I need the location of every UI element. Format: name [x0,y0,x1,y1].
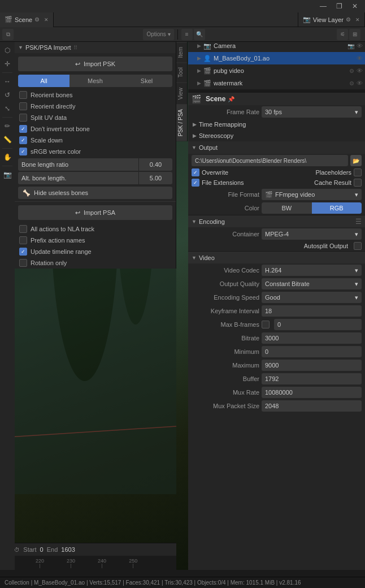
scene-props-header[interactable]: 🎬 Scene 📌 [188,93,365,105]
max-bframes-value[interactable]: 0 [274,319,362,330]
camera-visibility-icon[interactable]: 👁 [357,42,363,49]
keyframe-interval-value[interactable]: 18 [262,305,362,317]
placeholders-toggle[interactable]: Placeholders [315,168,362,176]
filter-btn[interactable]: ⚟ [337,29,348,40]
tree-watermark[interactable]: ▶ 🎬 watermark ⚙ 👁 [188,77,365,89]
view-layer-tab-close[interactable]: ✕ [355,17,360,23]
rotation-only-checkbox[interactable] [19,259,27,267]
editor-type-btn[interactable]: ⧉ [2,29,14,40]
output-quality-value[interactable]: Constant Bitrate [262,278,362,289]
time-remapping-header[interactable]: ▶ Time Remapping [188,119,365,130]
cursor-icon[interactable]: ✛ [1,58,14,70]
placeholders-checkbox[interactable] [354,168,362,176]
vtab-tool[interactable]: Tool [176,62,187,82]
reorient-bones-checkbox[interactable] [19,91,27,99]
overwrite-toggle[interactable]: Overwrite [192,168,228,176]
close-button[interactable]: ✕ [347,0,363,12]
file-extensions-toggle[interactable]: File Extensions [192,179,244,187]
overwrite-checkbox[interactable] [192,168,199,176]
cache-result-checkbox[interactable] [354,179,362,187]
dont-invert-checkbox[interactable] [19,125,27,133]
timeline-end-value[interactable]: 1603 [61,546,75,553]
scale-icon[interactable]: ⤡ [1,102,14,115]
import-psa-button[interactable]: ↩ Import PSA [18,205,172,220]
view-layer-tab[interactable]: 📷 View Layer ⚙ ✕ [298,12,365,27]
update-timeline-checkbox[interactable] [19,248,27,256]
container-value[interactable]: MPEG-4 [262,228,362,240]
mux-rate-value[interactable]: 10080000 [262,387,362,398]
alt-bone-length-value[interactable]: 5.00 [138,172,172,184]
frame-rate-value[interactable]: 30 fps [262,106,362,118]
minimum-value[interactable]: 0 [262,346,362,357]
vtab-psk-psa[interactable]: PSK / PSA [176,104,187,141]
tab-mesh[interactable]: Mesh [69,75,121,87]
timeline-start-value[interactable]: 0 [40,546,44,553]
rotation-only-option[interactable]: Rotation only [15,257,176,269]
bitrate-value[interactable]: 3000 [262,332,362,344]
watermark-visibility-icon[interactable]: 👁 [357,80,363,87]
all-actions-nla-checkbox[interactable] [19,225,27,233]
basebody-visibility-icon[interactable]: 👁 [357,55,363,62]
split-uv-checkbox[interactable] [19,114,27,122]
outliner-tool-btn[interactable]: ≡ [181,29,193,40]
cache-result-toggle[interactable]: Cache Result [314,179,362,187]
prefix-action-names-option[interactable]: Prefix action names [15,235,176,246]
select-mode-icon[interactable]: ⬡ [1,44,14,57]
srgb-vertex-option[interactable]: sRGB vertex color [15,146,176,157]
hide-useless-bones-button[interactable]: 🦴 Hide useless bones [18,187,172,199]
tab-all[interactable]: All [18,75,69,87]
bone-length-ratio-value[interactable]: 0.40 [138,158,172,171]
output-section-header[interactable]: ▼ Output [188,141,365,154]
search-btn[interactable]: 🔍 [194,29,205,40]
camera-icon[interactable]: 📷 [1,168,14,181]
encoding-list-icon[interactable]: ☰ [355,218,362,226]
video-section-header[interactable]: ▼ Video [188,251,365,263]
file-extensions-checkbox[interactable] [192,179,199,187]
tab-skel[interactable]: Skel [121,75,172,87]
encoding-speed-value[interactable]: Good [262,292,362,303]
pan-icon[interactable]: ✋ [1,151,14,163]
view-settings-btn[interactable]: ⊞ [349,29,360,40]
autosplit-checkbox[interactable] [354,242,362,250]
browse-output-path-button[interactable]: 📂 [350,155,362,166]
vtab-item[interactable]: Item [176,42,187,62]
prefix-action-names-checkbox[interactable] [19,236,27,244]
max-bframes-checkbox[interactable] [262,321,270,328]
scene-props-pin-icon[interactable]: 📌 [228,96,234,102]
file-format-value[interactable]: 🎬 FFmpeg video [262,189,362,200]
scene-tab[interactable]: 🎬 Scene ⚙ ✕ [0,12,54,27]
options-button[interactable]: Options ▾ [143,29,173,40]
move-icon[interactable]: ↔ [1,75,14,88]
vtab-view[interactable]: View [176,83,187,105]
measure-icon[interactable]: 📏 [1,133,14,146]
color-bw-button[interactable]: BW [262,202,312,214]
srgb-vertex-checkbox[interactable] [19,148,27,155]
scale-down-option[interactable]: Scale down [15,135,176,146]
reorient-directly-option[interactable]: Reorient directly [15,101,176,112]
minimize-button[interactable]: — [315,0,331,12]
import-psk-button[interactable]: ↩ Import PSK [18,57,172,71]
tree-pubg-video[interactable]: ▶ 🎬 pubg video ⚙ 👁 [188,64,365,77]
pubgvideo-visibility-icon[interactable]: 👁 [357,67,363,74]
buffer-value[interactable]: 1792 [262,373,362,384]
encoding-section-header[interactable]: ▼ Encoding ☰ [188,215,365,227]
maximum-value[interactable]: 9000 [262,360,362,371]
color-rgb-button[interactable]: RGB [312,202,362,214]
scale-down-checkbox[interactable] [19,136,27,144]
update-timeline-option[interactable]: Update timeline range [15,246,176,257]
reorient-bones-option[interactable]: Reorient bones [15,89,176,101]
video-codec-value[interactable]: H.264 [262,265,362,276]
rotate-icon[interactable]: ↺ [1,89,14,101]
output-path-input[interactable]: C:\Users\ionut\Documents\Blender Renders… [192,155,348,166]
stereoscopy-header[interactable]: ▶ Stereoscopy [188,130,365,141]
reorient-directly-checkbox[interactable] [19,102,27,110]
scene-tab-close[interactable]: ✕ [44,17,49,23]
annotate-icon[interactable]: ✏ [1,120,14,132]
tree-basebody[interactable]: ▶ 👤 M_BaseBody_01.ao 👁 [188,52,365,64]
split-uv-option[interactable]: Split UV data [15,112,176,123]
dont-invert-option[interactable]: Don't invert root bone [15,123,176,135]
psk-panel-header[interactable]: ▼ PSK/PSA Import ⠿ [15,42,176,53]
all-actions-nla-option[interactable]: All actions to NLA track [15,223,176,235]
maximize-button[interactable]: ❐ [331,0,347,12]
mux-packet-size-value[interactable]: 2048 [262,400,362,412]
